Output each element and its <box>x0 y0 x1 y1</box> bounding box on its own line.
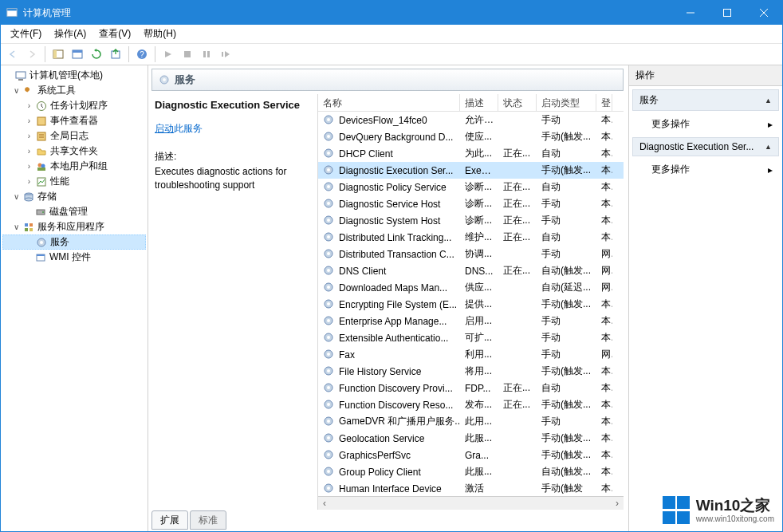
export-button[interactable] <box>107 45 124 63</box>
col-startup[interactable]: 启动类型 <box>537 94 596 111</box>
tree-task-scheduler[interactable]: ›任务计划程序 <box>2 98 146 113</box>
tree-services[interactable]: 服务 <box>2 234 146 250</box>
start-service-button[interactable] <box>159 45 177 63</box>
show-hide-tree-button[interactable] <box>49 45 67 63</box>
expand-icon[interactable]: › <box>23 177 35 186</box>
tree-disk-management[interactable]: 磁盘管理 <box>2 204 146 219</box>
actions-section-selected[interactable]: Diagnostic Execution Ser...▲ <box>632 137 779 156</box>
service-row[interactable]: DevQuery Background D...使应...手动(触发...本 <box>318 128 624 145</box>
collapse-icon[interactable]: ∨ <box>10 192 22 201</box>
service-row[interactable]: DHCP Client为此...正在...自动本 <box>318 145 624 162</box>
service-row[interactable]: GameDVR 和广播用户服务...此用...手动本 <box>318 413 624 430</box>
cell-desc: 发布... <box>460 398 498 412</box>
tree-pane[interactable]: 计算机管理(本地) ∨系统工具 ›任务计划程序 ›事件查看器 ›全局日志 ›共享… <box>1 65 148 531</box>
close-button[interactable] <box>746 1 782 25</box>
menubar: 文件(F) 操作(A) 查看(V) 帮助(H) <box>1 25 782 44</box>
horizontal-scrollbar[interactable]: ‹ › <box>318 496 624 510</box>
svg-point-87 <box>327 470 330 473</box>
service-row[interactable]: DevicesFlow_14fce0允许 ...手动本 <box>318 112 624 128</box>
tree-storage[interactable]: ∨存储 <box>2 189 146 204</box>
actions-more-2[interactable]: 更多操作▸ <box>632 160 779 179</box>
service-row[interactable]: Encrypting File System (E...提供...手动(触发..… <box>318 296 624 313</box>
service-row[interactable]: Extensible Authenticatio...可扩...手动本 <box>318 329 624 346</box>
expand-icon[interactable]: › <box>23 116 35 125</box>
svg-rect-27 <box>37 167 45 171</box>
tree-services-apps[interactable]: ∨服务和应用程序 <box>2 219 146 234</box>
actions-more-1[interactable]: 更多操作▸ <box>632 114 779 134</box>
gear-icon <box>323 365 336 378</box>
svg-rect-41 <box>37 254 45 256</box>
service-row[interactable]: Downloaded Maps Man...供应...自动(延迟...网 <box>318 279 624 296</box>
cell-startup: 手动(触发... <box>537 164 596 177</box>
cell-status: 正在... <box>498 231 537 244</box>
service-row[interactable]: Geolocation Service此服...手动(触发...本 <box>318 430 624 447</box>
cell-startup: 手动 <box>537 331 596 345</box>
center-pane: 服务 Diagnostic Execution Service 启动此服务 描述… <box>148 65 629 531</box>
actions-section-services[interactable]: 服务▲ <box>632 89 779 111</box>
expand-icon[interactable]: › <box>23 147 35 156</box>
service-row[interactable]: Diagnostic Service Host诊断...正在...手动本 <box>318 195 624 212</box>
menu-view[interactable]: 查看(V) <box>92 25 137 43</box>
tab-standard[interactable]: 标准 <box>190 510 226 530</box>
tree-global-log[interactable]: ›全局日志 <box>2 128 146 144</box>
cell-name: Diagnostic System Host <box>318 215 460 227</box>
svg-rect-35 <box>30 223 33 227</box>
col-status[interactable]: 状态 <box>498 94 537 111</box>
tree-system-tools[interactable]: ∨系统工具 <box>2 83 146 98</box>
maximize-button[interactable] <box>709 1 746 25</box>
cell-logon: 本 <box>596 180 612 194</box>
tree-performance[interactable]: ›性能 <box>2 174 146 189</box>
service-row[interactable]: Function Discovery Provi...FDP...正在...自动… <box>318 380 624 396</box>
col-name[interactable]: 名称 <box>318 94 460 111</box>
properties-button[interactable] <box>69 45 86 63</box>
tree-local-users[interactable]: ›本地用户和组 <box>2 159 146 174</box>
service-row[interactable]: Diagnostic Policy Service诊断...正在...自动本 <box>318 179 624 195</box>
svg-rect-37 <box>30 228 33 231</box>
tab-extended[interactable]: 扩展 <box>151 510 188 530</box>
cell-name: File History Service <box>318 365 460 378</box>
tree-shared-folders[interactable]: ›共享文件夹 <box>2 144 146 159</box>
expand-icon[interactable]: › <box>23 101 35 110</box>
tree-root[interactable]: 计算机管理(本地) <box>2 68 146 83</box>
cell-name: Geolocation Service <box>318 432 460 445</box>
col-desc[interactable]: 描述 <box>460 94 498 111</box>
titlebar[interactable]: 计算机管理 <box>1 1 782 25</box>
expand-icon[interactable]: › <box>23 132 35 140</box>
menu-help[interactable]: 帮助(H) <box>137 25 183 43</box>
service-row[interactable]: Human Interface Device激活手动(触发本 <box>318 480 624 496</box>
refresh-button[interactable] <box>88 45 105 63</box>
cell-logon: 本 <box>596 164 612 177</box>
service-row[interactable]: Fax利用...手动网 <box>318 346 624 363</box>
start-service-link[interactable]: 启动此服务 <box>155 122 311 136</box>
service-row[interactable]: GraphicsPerfSvcGra...手动(触发...本 <box>318 447 624 463</box>
service-row[interactable]: Distributed Transaction C...协调...手动网 <box>318 246 624 262</box>
service-row[interactable]: Distributed Link Tracking...维护...正在...自动… <box>318 229 624 246</box>
list-header[interactable]: 名称 描述 状态 启动类型 登 <box>318 94 624 112</box>
cell-desc: 维护... <box>460 231 498 244</box>
service-row[interactable]: Function Discovery Reso...发布...正在...手动(触… <box>318 396 624 413</box>
apps-icon <box>22 221 35 234</box>
menu-file[interactable]: 文件(F) <box>4 25 48 43</box>
expand-icon[interactable]: › <box>23 162 35 171</box>
tree-event-viewer[interactable]: ›事件查看器 <box>2 113 146 128</box>
center-header: 服务 <box>151 69 624 91</box>
service-row[interactable]: Diagnostic System Host诊断...正在...手动本 <box>318 212 624 229</box>
services-list[interactable]: 名称 描述 状态 启动类型 登 DevicesFlow_14fce0允许 ...… <box>317 94 624 510</box>
service-row[interactable]: Group Policy Client此服...自动(触发...本 <box>318 463 624 480</box>
service-row[interactable]: File History Service将用...手动(触发...本 <box>318 363 624 380</box>
menu-action[interactable]: 操作(A) <box>48 25 92 43</box>
svg-point-67 <box>327 302 330 305</box>
service-row[interactable]: DNS ClientDNS...正在...自动(触发...网 <box>318 262 624 279</box>
tree-wmi[interactable]: WMI 控件 <box>2 250 146 265</box>
collapse-icon[interactable]: ∨ <box>10 86 22 95</box>
service-row[interactable]: Diagnostic Execution Ser...Exec...手动(触发.… <box>318 162 624 179</box>
app-icon <box>6 6 18 19</box>
service-row[interactable]: Enterprise App Manage...启用...手动本 <box>318 313 624 329</box>
help-button[interactable]: ? <box>133 45 151 63</box>
windows-logo-icon <box>663 496 691 525</box>
tree-label: 性能 <box>50 175 69 188</box>
col-logon[interactable]: 登 <box>596 94 612 111</box>
cell-logon: 本 <box>596 398 612 412</box>
collapse-icon[interactable]: ∨ <box>10 223 22 231</box>
minimize-button[interactable] <box>672 1 709 25</box>
